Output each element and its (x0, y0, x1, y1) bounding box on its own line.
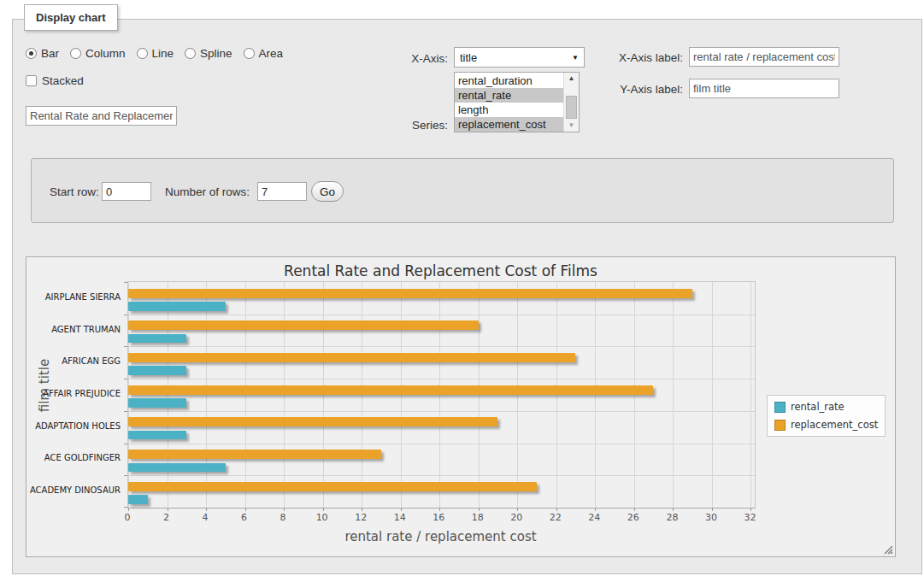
stacked-label: Stacked (42, 74, 84, 87)
bar-rental_rate (128, 398, 186, 408)
gridline-vertical (750, 282, 751, 508)
bar-rental_rate (128, 302, 226, 311)
x-axis-tick-mark (168, 508, 168, 511)
number-of-rows-input[interactable] (257, 182, 307, 201)
stacked-checkbox[interactable] (26, 75, 37, 86)
series-listbox[interactable]: rental_durationrental_ratelengthreplacem… (454, 72, 580, 132)
stacked-row: Stacked (26, 74, 84, 87)
y-axis-tick-mark (124, 315, 127, 315)
gridline-horizontal (128, 475, 755, 476)
gridline-horizontal (128, 411, 755, 412)
gridline-vertical (556, 282, 557, 508)
bar-rental_rate (128, 366, 186, 375)
gridline-horizontal (128, 315, 755, 315)
gridline-vertical (168, 282, 168, 508)
gridline-vertical (245, 282, 246, 508)
gridline-vertical (595, 282, 596, 508)
gridline-horizontal (128, 346, 755, 347)
plot-area (127, 281, 756, 509)
y-axis-tick-mark (124, 379, 127, 379)
go-button[interactable]: Go (311, 181, 344, 202)
chart-title-input[interactable] (26, 106, 177, 126)
y-axis-tick-mark (124, 282, 127, 283)
row-controls-panel: Start row: Number of rows: Go (31, 158, 894, 223)
x-axis-tick-mark (517, 508, 518, 511)
series-option-rental_duration[interactable]: rental_duration (455, 73, 564, 88)
radio-bar-icon[interactable] (26, 48, 37, 59)
y-axis-tick-mark (124, 507, 127, 508)
x-axis-tick-mark (206, 508, 207, 511)
gridline-horizontal (128, 379, 755, 379)
chart-type-option-bar[interactable]: Bar (26, 47, 59, 60)
x-tick-label: 28 (659, 512, 685, 523)
series-option-replacement_cost[interactable]: replacement_cost (455, 117, 564, 132)
x-axis-tick-mark (673, 508, 674, 511)
chart-type-radios: BarColumnLineSplineArea (26, 47, 283, 60)
x-tick-label: 4 (192, 512, 218, 523)
radio-selected-dot (29, 51, 33, 56)
category-label: ACE GOLDFINGER (26, 453, 121, 462)
legend-label: rental_rate (791, 401, 845, 413)
x-tick-label: 24 (581, 512, 607, 523)
bar-replacement_cost (128, 320, 479, 330)
radio-column-icon[interactable] (70, 48, 81, 59)
category-label: AIRPLANE SIERRA (26, 292, 121, 302)
x-axis-label-input[interactable] (689, 47, 839, 67)
x-tick-label: 32 (737, 512, 762, 523)
x-axis-tick-mark (284, 508, 285, 511)
legend-swatch-replacement_cost (774, 420, 786, 431)
gridline-vertical (206, 282, 207, 508)
chart-type-option-line[interactable]: Line (137, 47, 174, 60)
y-axis-tick-mark (124, 411, 127, 412)
start-row-input[interactable] (102, 182, 151, 201)
bar-rental_rate (128, 431, 186, 440)
x-tick-label: 6 (232, 512, 257, 523)
y-axis-tick-mark (124, 444, 127, 444)
legend-item: rental_rate (774, 401, 878, 413)
x-tick-label: 12 (348, 512, 374, 523)
y-axis-label-label: Y-Axis label: (598, 83, 683, 96)
legend-item: replacement_cost (774, 419, 878, 431)
x-tick-label: 8 (270, 512, 296, 523)
x-tick-label: 16 (426, 512, 451, 523)
scroll-up-icon[interactable]: ▲ (564, 73, 579, 85)
series-option-length[interactable]: length (455, 103, 564, 117)
gridline-vertical (362, 282, 362, 508)
bar-replacement_cost (128, 450, 381, 459)
x-axis-select[interactable]: title ▼ (454, 47, 585, 68)
x-tick-label: 18 (465, 512, 491, 523)
y-axis-label-input[interactable] (689, 79, 839, 98)
x-tick-label: 30 (698, 512, 724, 523)
bar-replacement_cost (128, 385, 653, 395)
gridline-vertical (712, 282, 713, 508)
legend-label: replacement_cost (791, 419, 878, 431)
chart-type-option-spline[interactable]: Spline (185, 47, 232, 60)
chart-legend: rental_ratereplacement_cost (767, 395, 886, 437)
chart-type-option-label: Area (259, 47, 284, 60)
x-axis-tick-mark (128, 508, 129, 511)
scroll-down-icon[interactable]: ▼ (564, 120, 579, 132)
radio-area-icon[interactable] (244, 48, 255, 59)
bar-replacement_cost (128, 417, 497, 426)
radio-spline-icon[interactable] (185, 48, 196, 59)
scrollbar-thumb[interactable] (566, 96, 577, 119)
x-tick-label: 14 (387, 512, 413, 523)
dropdown-arrow-icon: ▼ (572, 54, 579, 62)
x-tick-label: 10 (309, 512, 335, 523)
chart-type-option-column[interactable]: Column (70, 47, 126, 60)
gridline-vertical (128, 282, 129, 508)
bar-replacement_cost (128, 289, 692, 298)
gridline-vertical (634, 282, 635, 508)
fieldset-legend: Display chart (24, 4, 118, 31)
series-select-label: Series: (388, 119, 448, 132)
gridline-vertical (284, 282, 285, 508)
chart-title: Rental Rate and Replacement Cost of Film… (127, 262, 754, 279)
listbox-scrollbar[interactable]: ▲ ▼ (563, 73, 579, 132)
y-axis-tick-mark (124, 475, 127, 476)
resize-handle-icon[interactable] (884, 545, 893, 555)
chart-type-option-area[interactable]: Area (244, 47, 284, 60)
series-option-rental_rate[interactable]: rental_rate (455, 88, 564, 103)
bar-replacement_cost (128, 353, 575, 362)
radio-line-icon[interactable] (137, 48, 148, 59)
x-axis-tick-mark (323, 508, 324, 511)
